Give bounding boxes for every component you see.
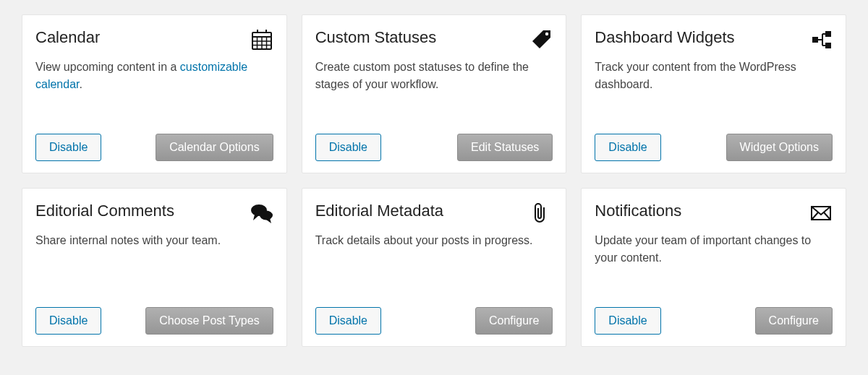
svg-point-9 [545,33,548,35]
card-header: Notifications [595,202,833,225]
card-title: Dashboard Widgets [595,28,734,47]
card-actions: Disable Edit Statuses [315,134,553,161]
disable-button[interactable]: Disable [315,134,381,161]
module-grid: Calendar View upcoming content in a cust… [0,0,868,361]
edit-statuses-button[interactable]: Edit Statuses [457,134,553,161]
card-header: Dashboard Widgets [595,28,833,51]
choose-post-types-button[interactable]: Choose Post Types [145,307,273,335]
paperclip-icon [529,202,553,225]
card-description: Update your team of important changes to… [595,232,833,267]
svg-point-18 [260,211,273,220]
svg-rect-12 [812,37,818,43]
disable-button[interactable]: Disable [35,134,101,161]
card-actions: Disable Widget Options [595,134,833,161]
disable-button[interactable]: Disable [595,307,660,335]
card-title: Notifications [595,202,681,220]
card-editorial-comments: Editorial Comments Share internal notes … [22,188,287,347]
disable-button[interactable]: Disable [35,307,101,335]
card-calendar: Calendar View upcoming content in a cust… [22,14,287,173]
calendar-icon [250,28,273,51]
configure-button[interactable]: Configure [475,307,553,335]
card-description: View upcoming content in a customizable … [35,59,273,93]
card-dashboard-widgets: Dashboard Widgets Track your content fro… [581,14,846,173]
widget-options-button[interactable]: Widget Options [726,134,833,161]
card-description: Track your content from the WordPress da… [595,59,833,93]
card-actions: Disable Configure [595,307,833,335]
svg-rect-10 [825,31,831,37]
envelope-icon [809,202,833,225]
card-actions: Disable Calendar Options [35,134,273,161]
card-header: Editorial Metadata [315,202,553,225]
disable-button[interactable]: Disable [315,307,381,335]
card-title: Calendar [35,28,100,47]
calendar-options-button[interactable]: Calendar Options [156,134,273,161]
svg-rect-11 [825,43,831,48]
desc-text-suffix: . [80,78,82,90]
configure-button[interactable]: Configure [755,307,833,335]
card-title: Editorial Comments [35,202,174,220]
card-header: Calendar [35,28,273,51]
card-description: Track details about your posts in progre… [315,232,553,249]
card-actions: Disable Configure [315,307,553,335]
card-editorial-metadata: Editorial Metadata Track details about y… [302,188,567,347]
comments-icon [250,202,273,225]
card-title: Editorial Metadata [315,202,443,220]
desc-text-prefix: View upcoming content in a [35,61,180,73]
card-description: Share internal notes with your team. [35,232,273,249]
widgets-icon [809,28,833,51]
card-custom-statuses: Custom Statuses Create custom post statu… [302,14,567,173]
card-title: Custom Statuses [315,28,437,47]
disable-button[interactable]: Disable [595,134,660,161]
tag-icon [529,28,553,51]
card-description: Create custom post statuses to define th… [315,59,553,93]
card-notifications: Notifications Update your team of import… [581,188,846,347]
card-actions: Disable Choose Post Types [35,307,273,335]
card-header: Custom Statuses [315,28,553,51]
card-header: Editorial Comments [35,202,273,225]
